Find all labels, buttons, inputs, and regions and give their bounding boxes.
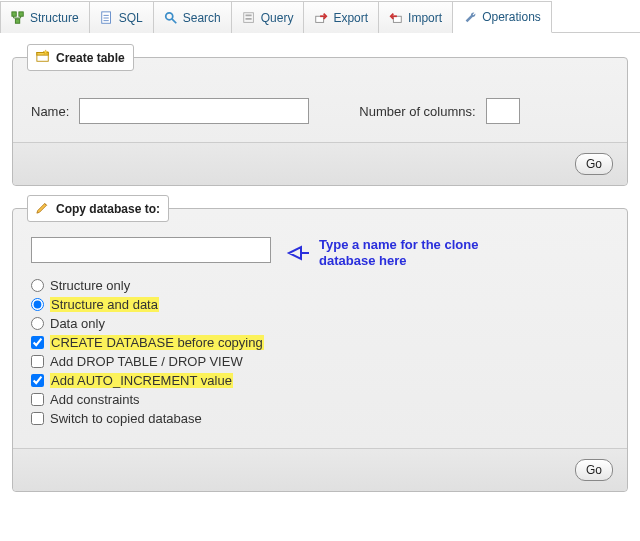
tab-structure[interactable]: Structure: [0, 1, 90, 33]
tab-import[interactable]: Import: [379, 1, 453, 33]
tab-query[interactable]: Query: [232, 1, 305, 33]
create-table-group: Create table Name: Number of columns: Go: [12, 57, 628, 186]
svg-line-5: [172, 18, 176, 22]
query-icon: [242, 11, 256, 25]
wrench-icon: [463, 10, 477, 24]
structure-icon: [11, 11, 25, 25]
tab-sql[interactable]: SQL: [90, 1, 154, 33]
tab-operations[interactable]: Operations: [453, 1, 552, 33]
sql-icon: [100, 11, 114, 25]
check-add-drop[interactable]: [31, 355, 44, 368]
svg-rect-8: [245, 18, 251, 20]
import-icon: [389, 11, 403, 25]
option-label: Add AUTO_INCREMENT value: [50, 373, 233, 388]
radio-data-only[interactable]: [31, 317, 44, 330]
cols-label: Number of columns:: [359, 104, 475, 119]
create-table-legend: Create table: [27, 44, 134, 71]
tab-label: Operations: [482, 10, 541, 24]
create-table-footer: Go: [13, 142, 627, 185]
copy-database-group: Copy database to: Type a name for the cl…: [12, 208, 628, 492]
tab-label: Query: [261, 11, 294, 25]
tab-label: Export: [333, 11, 368, 25]
svg-rect-9: [316, 16, 324, 22]
legend-label: Copy database to:: [56, 202, 160, 216]
operations-panel: Create table Name: Number of columns: Go…: [0, 33, 640, 524]
annotation-text: Type a name for the clone database here: [319, 237, 479, 268]
tab-label: Structure: [30, 11, 79, 25]
option-label: Switch to copied database: [50, 411, 202, 426]
svg-rect-11: [393, 16, 401, 22]
create-table-go-button[interactable]: Go: [575, 153, 613, 175]
option-label: Structure only: [50, 278, 130, 293]
svg-rect-6: [243, 12, 253, 22]
table-name-input[interactable]: [79, 98, 309, 124]
name-label: Name:: [31, 104, 69, 119]
svg-rect-0: [12, 11, 16, 15]
tab-export[interactable]: Export: [304, 1, 379, 33]
tab-label: SQL: [119, 11, 143, 25]
check-switch-db[interactable]: [31, 412, 44, 425]
option-label: Structure and data: [50, 297, 159, 312]
create-table-icon: [36, 49, 50, 66]
radio-structure-and-data[interactable]: [31, 298, 44, 311]
tab-label: Search: [183, 11, 221, 25]
svg-point-4: [165, 12, 172, 19]
copy-db-go-button[interactable]: Go: [575, 459, 613, 481]
legend-label: Create table: [56, 51, 125, 65]
svg-rect-7: [245, 14, 251, 16]
num-columns-input[interactable]: [486, 98, 520, 124]
pencil-icon: [36, 200, 50, 217]
check-auto-increment[interactable]: [31, 374, 44, 387]
svg-rect-2: [15, 18, 19, 22]
search-icon: [164, 11, 178, 25]
tab-label: Import: [408, 11, 442, 25]
option-label: Data only: [50, 316, 105, 331]
tab-search[interactable]: Search: [154, 1, 232, 33]
option-label: CREATE DATABASE before copying: [50, 335, 264, 350]
check-add-constraints[interactable]: [31, 393, 44, 406]
svg-rect-1: [19, 11, 23, 15]
radio-structure-only[interactable]: [31, 279, 44, 292]
tab-bar: Structure SQL Search Query Export Import: [0, 0, 640, 33]
copy-db-footer: Go: [13, 448, 627, 491]
export-icon: [314, 11, 328, 25]
copy-database-legend: Copy database to:: [27, 195, 169, 222]
check-create-before[interactable]: [31, 336, 44, 349]
option-label: Add DROP TABLE / DROP VIEW: [50, 354, 243, 369]
arrow-left-icon: [285, 239, 311, 267]
copy-db-name-input[interactable]: [31, 237, 271, 263]
annotation: Type a name for the clone database here: [285, 237, 479, 268]
option-label: Add constraints: [50, 392, 140, 407]
